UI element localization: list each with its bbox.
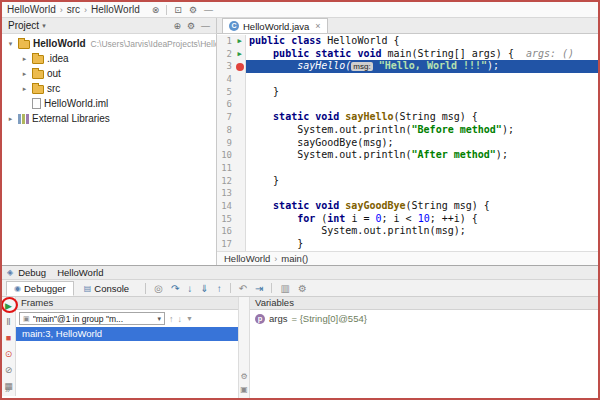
close-icon[interactable]: ⊗: [152, 5, 160, 15]
frame-row[interactable]: main:3, HelloWorld: [16, 327, 238, 341]
previous-frame-button[interactable]: ↑: [169, 314, 174, 324]
code-line: 3 sayHello(msg: "Hello, World !!!");: [217, 60, 598, 73]
code-text[interactable]: [246, 98, 598, 111]
mute-breakpoints-button[interactable]: ⊘: [5, 364, 13, 376]
code-text[interactable]: public static void main(String[] args) {…: [246, 48, 598, 61]
code-text[interactable]: sayHello(msg: "Hello, World !!!");: [246, 60, 598, 73]
tree-item-helloworld-iml[interactable]: HelloWorld.iml: [2, 96, 216, 111]
tree-item-helloworld[interactable]: ▾HelloWorldC:\Users\Jarvis\IdeaProjects\…: [2, 36, 216, 51]
hide-panel-icon[interactable]: —: [201, 21, 210, 31]
chevron-icon[interactable]: ▸: [6, 115, 15, 123]
code-text[interactable]: System.out.println(msg);: [246, 225, 598, 238]
code-text[interactable]: }: [246, 86, 598, 99]
settings-gear-icon[interactable]: ⚙: [240, 372, 247, 381]
divider: [230, 283, 231, 293]
next-frame-button[interactable]: ↓: [178, 314, 183, 324]
gutter[interactable]: [234, 111, 246, 124]
code-text[interactable]: for (int i = 0; i < 10; ++i) {: [246, 213, 598, 226]
tab-helloworld-java[interactable]: C HelloWorld.java ×: [222, 18, 328, 33]
hide-icon[interactable]: —: [204, 5, 213, 15]
code-text[interactable]: }: [246, 238, 598, 251]
close-icon[interactable]: ×: [315, 21, 320, 31]
code-text[interactable]: static void sayGoodBye(String msg) {: [246, 200, 598, 213]
gutter[interactable]: ▶: [234, 48, 246, 61]
code-text[interactable]: [246, 187, 598, 200]
gutter[interactable]: ▶: [234, 35, 246, 48]
gutter[interactable]: [234, 187, 246, 200]
step-into-icon[interactable]: ↓: [187, 283, 192, 294]
breadcrumb-item[interactable]: main(): [281, 253, 308, 264]
code-text[interactable]: [246, 73, 598, 86]
settings-gear-icon[interactable]: ⚙: [298, 283, 307, 294]
code-text[interactable]: public class HelloWorld {: [246, 35, 598, 48]
run-gutter-icon[interactable]: ▶: [237, 35, 241, 48]
locate-file-icon[interactable]: ⊕: [173, 21, 181, 31]
gutter[interactable]: [234, 175, 246, 188]
code-text[interactable]: static void sayHello(String msg) {: [246, 111, 598, 124]
drop-frame-icon[interactable]: ↶: [239, 283, 247, 294]
more-button[interactable]: »: [5, 385, 10, 395]
tree-item-external-libraries[interactable]: ▸External Libraries: [2, 111, 216, 126]
breadcrumb-item[interactable]: src: [67, 4, 80, 15]
settings-gear-icon[interactable]: ⚙: [187, 21, 195, 31]
tree-item--idea[interactable]: ▸.idea: [2, 51, 216, 66]
step-icons: ◎↷↓⇓↑↶⇥▥⚙: [154, 283, 307, 294]
tab-debugger[interactable]: ◉Debugger: [6, 281, 74, 296]
debug-tab-label[interactable]: Debug: [18, 267, 46, 278]
panel-splitter[interactable]: ⚙▣: [238, 297, 250, 398]
run-to-cursor-icon[interactable]: ⇥: [255, 283, 263, 294]
chevron-icon[interactable]: ▸: [20, 55, 29, 63]
code-editor[interactable]: 1▶public class HelloWorld {2▶ public sta…: [217, 34, 598, 251]
force-step-into-icon[interactable]: ⇓: [200, 283, 208, 294]
gutter[interactable]: [234, 73, 246, 86]
chevron-icon[interactable]: ▾: [6, 40, 15, 48]
tree-item-label: External Libraries: [32, 113, 110, 124]
run-gutter-icon[interactable]: ▶: [237, 48, 241, 61]
tab-console[interactable]: ▤Console: [76, 281, 137, 296]
gutter[interactable]: [234, 124, 246, 137]
gutter[interactable]: [234, 98, 246, 111]
gutter[interactable]: [234, 149, 246, 162]
tree-item-src[interactable]: ▸src: [2, 81, 216, 96]
gutter[interactable]: [234, 60, 246, 73]
show-execution-point-icon[interactable]: ◎: [154, 283, 163, 294]
chevron-icon[interactable]: ▸: [20, 85, 29, 93]
line-number: 13: [217, 187, 234, 200]
scroll-to-source-icon[interactable]: ⊡: [174, 5, 182, 15]
gutter[interactable]: [234, 213, 246, 226]
breadcrumb-item[interactable]: HelloWorld: [7, 4, 56, 15]
tree-item-out[interactable]: ▸out: [2, 66, 216, 81]
variable-row[interactable]: p args = {String[0]@554}: [250, 310, 598, 327]
view-breakpoints-button[interactable]: ⊙: [5, 348, 13, 360]
code-text[interactable]: System.out.println("After method");: [246, 149, 598, 162]
step-out-icon[interactable]: ↑: [217, 283, 222, 294]
step-over-icon[interactable]: ↷: [171, 283, 179, 294]
code-text[interactable]: [246, 162, 598, 175]
gutter[interactable]: [234, 238, 246, 251]
debug-session-label[interactable]: HelloWorld: [57, 267, 103, 278]
breadcrumb-item[interactable]: HelloWorld: [91, 4, 140, 15]
gutter[interactable]: [234, 200, 246, 213]
resume-button[interactable]: ▶: [5, 300, 12, 312]
gutter[interactable]: [234, 137, 246, 150]
divider: [271, 283, 272, 293]
project-panel-title[interactable]: Project: [8, 20, 39, 31]
evaluate-expression-icon[interactable]: ▥: [280, 283, 289, 294]
filter-icon[interactable]: ▼: [186, 315, 193, 322]
gutter[interactable]: [234, 225, 246, 238]
stop-button[interactable]: ■: [6, 332, 11, 344]
code-text[interactable]: System.out.println("Before method");: [246, 124, 598, 137]
code-text[interactable]: sayGoodBye(msg);: [246, 137, 598, 150]
settings-gear-icon[interactable]: ⚙: [189, 5, 197, 15]
gutter[interactable]: [234, 86, 246, 99]
gutter[interactable]: [234, 162, 246, 175]
chevron-down-icon[interactable]: ▾: [42, 22, 46, 30]
layout-icon[interactable]: ▣: [240, 385, 248, 394]
chevron-icon[interactable]: ▸: [20, 70, 29, 78]
pause-button[interactable]: Ⅱ: [6, 316, 10, 328]
breadcrumb-item[interactable]: HelloWorld: [224, 253, 270, 264]
folder-icon: [32, 55, 44, 64]
breakpoint-icon[interactable]: [236, 63, 244, 71]
thread-selector-dropdown[interactable]: ▣ "main"@1 in group "m... ▾: [19, 312, 165, 325]
code-text[interactable]: }: [246, 175, 598, 188]
